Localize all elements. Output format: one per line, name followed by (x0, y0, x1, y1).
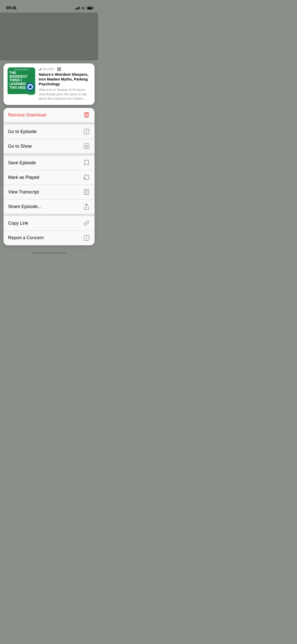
episode-info: 2D AGO · E Nature's Weirdest Sleepers, I… (39, 67, 91, 101)
explicit-badge: E (57, 67, 61, 71)
copy-link-label: Copy Link (8, 221, 28, 226)
svg-rect-8 (84, 175, 89, 180)
remove-download-label: Remove Download (8, 112, 46, 118)
share-episode-item[interactable]: Share Episode... (4, 199, 95, 214)
copy-link-item[interactable]: Copy Link (4, 216, 95, 231)
go-to-show-item[interactable]: Go to Show (4, 139, 95, 154)
go-to-episode-item[interactable]: Go to Episode (4, 125, 95, 139)
episode-description: Welcome to Season 8! Producer Jess Boddy… (39, 88, 91, 101)
eye-illustration (26, 83, 34, 91)
go-to-show-label: Go to Show (8, 144, 32, 149)
signal-icon (75, 7, 79, 10)
wifi-icon (81, 7, 85, 10)
share-episode-label: Share Episode... (8, 204, 41, 209)
episode-age: 2D AGO (43, 67, 54, 71)
episode-title: Nature's Weirdest Sleepers, Iron Maiden … (39, 72, 91, 86)
bookmark-icon (83, 159, 90, 166)
mark-as-played-label: Mark as Played (8, 175, 39, 180)
artwork-progress (8, 94, 35, 95)
played-icon (83, 174, 90, 181)
share-icon (83, 203, 90, 210)
svg-point-4 (29, 86, 30, 87)
status-time: 09:41 (6, 6, 17, 11)
menu-divider-2 (4, 154, 95, 156)
mark-as-played-item[interactable]: Mark as Played (4, 170, 95, 185)
episode-meta: 2D AGO · E (39, 67, 91, 71)
context-menu: Remove Download Go to Episode Go to Show (4, 108, 95, 245)
battery-icon (87, 7, 93, 10)
podcast-icon (83, 143, 90, 150)
episode-card: Popular Science THEWEIRDESTTHING ILEARNE… (4, 63, 95, 105)
info-icon (83, 128, 90, 135)
background-dim (0, 13, 98, 60)
home-indicator (0, 250, 98, 255)
menu-divider-1 (4, 123, 95, 125)
save-episode-label: Save Episode (8, 160, 36, 166)
report-concern-label: Report a Concern (8, 235, 44, 240)
save-episode-item[interactable]: Save Episode (4, 156, 95, 170)
go-to-episode-label: Go to Episode (8, 129, 37, 134)
trash-icon (83, 111, 90, 118)
artwork-top-label: Popular Science (9, 69, 33, 70)
menu-divider-3 (4, 214, 95, 216)
status-icons (75, 7, 93, 10)
view-transcript-item[interactable]: View Transcript (4, 185, 95, 199)
view-transcript-label: View Transcript (8, 189, 39, 195)
signal-meta-icon (39, 68, 41, 70)
transcript-icon (83, 188, 90, 195)
home-bar (32, 252, 66, 254)
link-icon (83, 220, 90, 227)
meta-separator: · (55, 67, 56, 71)
episode-artwork: Popular Science THEWEIRDESTTHING ILEARNE… (8, 67, 35, 95)
status-bar: 09:41 (0, 0, 98, 13)
report-icon (83, 234, 90, 242)
remove-download-item[interactable]: Remove Download (4, 108, 95, 123)
artwork-progress-fill (8, 94, 28, 95)
svg-rect-6 (84, 144, 89, 149)
report-concern-item[interactable]: Report a Concern (4, 231, 95, 245)
